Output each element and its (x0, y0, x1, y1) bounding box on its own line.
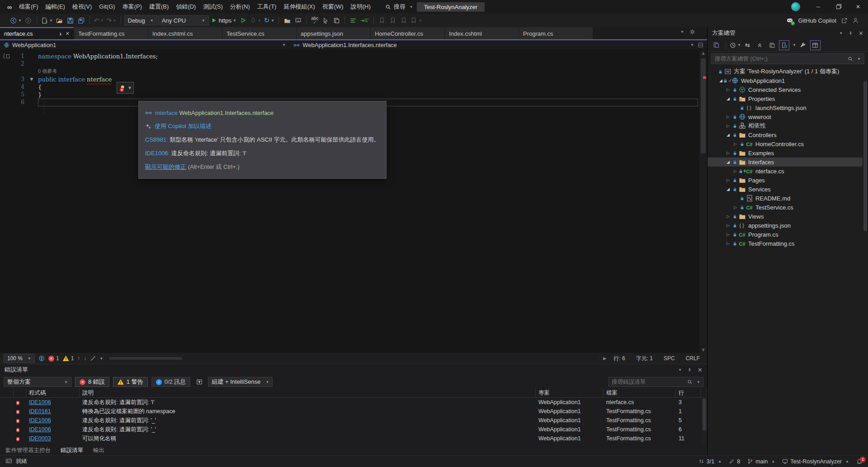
menu-item[interactable]: 偵錯(D) (172, 0, 199, 14)
solution-configuration-dropdown[interactable]: Debug▼ (124, 15, 157, 25)
expander-icon[interactable] (725, 114, 731, 119)
column-description[interactable]: 說明 (80, 389, 536, 397)
repository-button[interactable]: Test-RoslynAnalyzer▲ (782, 458, 849, 465)
tree-item[interactable]: + ✓ 方案 'Test-RoslynAnalyzer' (1 / 1 個專案) (708, 67, 868, 76)
expander-icon[interactable] (725, 160, 731, 164)
scrollbar-thumb[interactable] (703, 399, 706, 430)
branch-button[interactable]: main▲ (747, 458, 775, 465)
code-line[interactable]: 4 { (0, 83, 707, 91)
tree-item[interactable]: + ✓ Program.cs (708, 230, 868, 239)
fold-collapse-icon[interactable]: ▼ (25, 76, 38, 83)
hot-reload-button[interactable]: ▼ (249, 15, 262, 26)
editor-vertical-scrollbar[interactable]: ▲ ▼ (699, 50, 707, 353)
chevron-down-icon[interactable]: ▼ (793, 43, 796, 47)
document-list-dropdown-icon[interactable]: ▼ (680, 30, 684, 34)
close-button[interactable]: ✕ (848, 0, 868, 14)
scrollbar-thumb[interactable] (863, 81, 867, 231)
start-debug-button[interactable]: https▼ (210, 15, 237, 26)
tool-window-tab[interactable]: 錯誤清單 (61, 447, 83, 454)
error-search-input[interactable] (612, 379, 684, 385)
notifications-button[interactable]: 1 (856, 458, 863, 465)
close-tab-icon[interactable]: ✕ (66, 31, 70, 37)
sync-commits-button[interactable]: 3/1▲ (698, 458, 722, 465)
tree-item[interactable]: + ✓ Interfaces (708, 157, 868, 167)
expander-icon[interactable] (725, 87, 731, 92)
cursor-column-indicator[interactable]: 字元: 1 (632, 355, 656, 362)
error-code-link[interactable]: IDE1006 (29, 399, 51, 405)
copilot-icon[interactable]: ✓ (786, 17, 793, 24)
tree-item[interactable]: + ✓ TestService.cs (708, 203, 868, 212)
error-list-search[interactable]: ▼ (609, 377, 703, 387)
navigate-back-button[interactable]: ▼ (9, 15, 23, 26)
menu-item[interactable]: 專案(P) (119, 0, 146, 14)
column-line[interactable]: 行 (676, 389, 701, 397)
copilot-label[interactable]: GitHub Copilot (798, 17, 836, 24)
expander-icon[interactable] (725, 151, 731, 155)
window-position-dropdown-icon[interactable]: ▼ (678, 368, 682, 372)
tree-item[interactable]: + ✓ Properties (708, 94, 868, 103)
save-button[interactable] (66, 15, 75, 26)
menu-item[interactable]: 延伸模組(X) (280, 0, 318, 14)
error-code-link[interactable]: IDE1006 (29, 417, 51, 424)
scrollbar-thumb[interactable] (701, 58, 706, 153)
tree-item[interactable]: + ✓ Pages (708, 176, 868, 185)
clear-bookmarks-button[interactable]: ▼ (410, 15, 423, 26)
solution-name-pill[interactable]: Test-RoslynAnalyzer (417, 2, 485, 12)
tree-item[interactable]: + ✓ HomeController.cs (708, 139, 868, 148)
redo-button[interactable]: ↷▼ (106, 15, 118, 26)
code-line[interactable]: 2 (0, 60, 707, 68)
navigate-cursor-button[interactable] (321, 15, 330, 26)
menu-item[interactable]: Git(G) (95, 0, 118, 14)
menu-item[interactable]: 分析(N) (226, 0, 254, 14)
document-tab[interactable]: HomeController.cs ✕ (371, 27, 444, 39)
tree-item[interactable]: + ✓ Views (708, 212, 868, 221)
menu-item[interactable]: 工具(T) (254, 0, 280, 14)
decrease-indent-button[interactable] (348, 15, 358, 26)
column-file[interactable]: 檔案 (604, 389, 676, 397)
menu-item[interactable]: 檢視(V) (69, 0, 95, 14)
show-all-files-wrench-button[interactable] (798, 40, 808, 50)
pin-icon[interactable] (848, 31, 853, 36)
tree-item[interactable]: + ✓ 相依性 (708, 121, 868, 130)
menu-item[interactable]: 檔案(F) (15, 0, 42, 14)
codelens-references[interactable]: 0 個參考 (38, 68, 57, 76)
toggle-bookmark-button[interactable] (377, 15, 387, 26)
scroll-right-icon[interactable]: ▶ (603, 356, 606, 361)
menu-item[interactable]: 測試(S) (199, 0, 226, 14)
scroll-up-icon[interactable]: ▲ (699, 51, 707, 55)
error-row[interactable]: ✕ IDE1006 違反命名規則: 遺漏前置詞: 'I' WebApplicat… (0, 398, 707, 407)
indent-mode-indicator[interactable]: SPC (660, 355, 679, 362)
error-row[interactable]: ✕ IDE1006 違反命名規則: 遺漏前置詞: '_' WebApplicat… (0, 416, 707, 425)
ide1006-link[interactable]: IDE1006: (145, 150, 170, 157)
document-tab[interactable]: nterface.cs ✕ (0, 27, 74, 39)
code-editor[interactable]: { 1 namespace WebApplication1.Interfaces… (0, 50, 707, 353)
tool-window-tab[interactable]: 輸出 (93, 447, 104, 454)
next-bookmark-button[interactable] (399, 15, 409, 26)
column-code[interactable]: 程式碼 (26, 389, 80, 397)
column-severity[interactable] (14, 389, 26, 397)
column-gutter[interactable] (0, 389, 14, 397)
accessibility-icon[interactable] (38, 355, 45, 362)
solution-explorer-search[interactable]: ▼ (711, 53, 864, 64)
document-tab[interactable]: TestService.cs ✕ (222, 27, 296, 39)
error-row[interactable]: ✕ IDE0003 可以簡化名稱 WebApplication1 TestFor… (0, 434, 707, 443)
previous-bookmark-button[interactable] (388, 15, 398, 26)
restart-app-button[interactable]: ↻▼ (263, 15, 276, 26)
show-fixes-link[interactable]: 顯示可能的修正 (145, 163, 186, 170)
cs8981-link[interactable]: CS8981: (145, 136, 168, 143)
zoom-dropdown[interactable]: 100 %▼ (4, 354, 35, 363)
new-file-button[interactable]: ▼ (40, 15, 54, 26)
pending-edits-button[interactable]: 8 (729, 458, 740, 465)
explorer-scrollbar[interactable] (863, 66, 868, 455)
close-icon[interactable]: ✕ (698, 367, 703, 373)
switch-views-button[interactable] (711, 40, 722, 50)
expander-icon[interactable] (725, 241, 731, 246)
previous-issue-button[interactable]: ↑ (77, 355, 80, 362)
pin-icon[interactable] (687, 367, 692, 372)
next-issue-button[interactable]: ↓ (84, 355, 86, 362)
tree-item[interactable]: + ✓ launchSettings.json (708, 103, 868, 112)
warnings-filter-button[interactable]: !1 警告 (113, 377, 148, 387)
save-all-button[interactable] (76, 15, 86, 26)
member-dropdown[interactable]: WebApplication1.Interfaces.nterface ▼ (290, 40, 698, 50)
close-icon[interactable]: ✕ (859, 30, 863, 37)
